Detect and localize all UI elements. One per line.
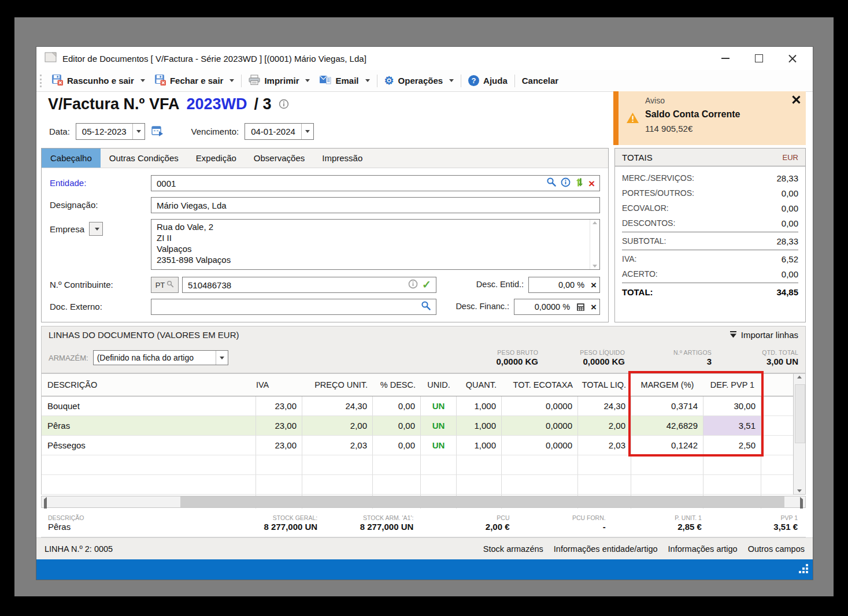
vencimento-field[interactable]: 04-01-2024 — [245, 123, 314, 140]
empresa-address-field[interactable]: Rua do Vale, 2 ZI II Valpaços 2351-898 V… — [151, 219, 600, 270]
cell-preco[interactable]: 24,30 — [302, 396, 373, 416]
rascunho-e-sair-button[interactable]: Rascunho e sair — [47, 74, 150, 87]
chevron-down-icon[interactable] — [229, 79, 234, 82]
calendar-icon[interactable] — [151, 125, 164, 138]
cell-pvp[interactable]: 30,00 — [703, 396, 761, 416]
vencimento-dropdown-button[interactable] — [301, 124, 313, 139]
cell-ecotaxa[interactable]: 0,0000 — [502, 416, 578, 436]
col-descricao[interactable]: DESCRIÇÃO — [42, 380, 256, 389]
cell-iva[interactable]: 23,00 — [256, 416, 302, 436]
col-margem[interactable]: MARGEM (%) — [631, 380, 703, 389]
cell-pvp[interactable]: 2,50 — [703, 436, 761, 455]
info-icon[interactable] — [561, 177, 571, 190]
cell-unid[interactable]: UN — [421, 436, 457, 455]
cell-ecotaxa[interactable]: 0,0000 — [502, 436, 578, 455]
email-button[interactable]: Email — [314, 75, 374, 87]
entidade-field[interactable]: 0001 × — [151, 175, 600, 191]
stock-armazens-link[interactable]: Stock armazéns — [483, 544, 543, 554]
chevron-down-icon[interactable] — [449, 79, 454, 82]
cell-total-liq[interactable]: 2,03 — [578, 436, 631, 455]
close-button[interactable] — [788, 54, 797, 62]
calculator-icon[interactable] — [573, 303, 588, 311]
importar-linhas-button[interactable]: Importar linhas — [729, 330, 798, 340]
chevron-down-icon[interactable] — [305, 79, 310, 82]
scroll-down-button[interactable] — [794, 489, 805, 492]
clear-icon[interactable]: × — [588, 281, 599, 290]
cell-desc-pct[interactable]: 0,00 — [373, 436, 421, 455]
desc-financ-value[interactable]: 0,0000 % — [514, 302, 573, 311]
imprimir-button[interactable]: Imprimir — [244, 75, 314, 87]
outros-campos-link[interactable]: Outros campos — [748, 544, 805, 554]
cell-desc-pct[interactable]: 0,00 — [373, 416, 421, 436]
designacao-value[interactable]: Mário Viegas, Lda — [151, 201, 599, 210]
textarea-scrollbar[interactable] — [590, 220, 599, 269]
col-tot-ecotaxa[interactable]: TOT. ECOTAXA — [502, 380, 578, 389]
fechar-e-sair-button[interactable]: Fechar e sair — [150, 74, 239, 87]
col-iva[interactable]: IVA — [256, 380, 302, 389]
cell-quant[interactable]: 1,000 — [457, 396, 502, 416]
informacoes-artigo-link[interactable]: Informações artigo — [668, 544, 738, 554]
informacoes-entidade-artigo-link[interactable]: Informações entidade/artigo — [554, 544, 658, 554]
country-prefix-button[interactable]: PT — [151, 277, 179, 293]
scroll-down-icon[interactable] — [593, 265, 597, 268]
cell-quant[interactable]: 1,000 — [457, 416, 502, 436]
minimize-button[interactable] — [721, 58, 729, 59]
search-icon[interactable] — [546, 177, 557, 190]
table-row-empty[interactable] — [42, 455, 793, 475]
table-row-selected[interactable]: Pêras 23,00 2,00 0,00 UN 1,000 0,0000 2,… — [42, 416, 793, 436]
cell-desc-pct[interactable]: 0,00 — [373, 396, 421, 416]
clear-icon[interactable]: × — [588, 179, 595, 188]
cell-descricao[interactable]: Pêssegos — [42, 436, 256, 455]
tab-expedicao[interactable]: Expedição — [187, 149, 245, 168]
sync-icon[interactable] — [575, 177, 584, 190]
tab-impressao[interactable]: Impressão — [313, 149, 371, 168]
chevron-down-icon[interactable] — [140, 79, 145, 82]
cell-preco[interactable]: 2,03 — [302, 436, 373, 455]
cell-pvp[interactable]: 3,51 — [703, 416, 761, 436]
cell-unid[interactable]: UN — [421, 416, 457, 436]
toolbar-grip[interactable] — [40, 75, 43, 87]
warning-close-button[interactable] — [792, 95, 800, 106]
cell-unid[interactable]: UN — [421, 396, 457, 416]
empresa-dropdown-button[interactable] — [89, 222, 103, 236]
col-desc-pct[interactable]: % DESC. — [373, 380, 421, 389]
clear-icon[interactable]: × — [588, 303, 599, 311]
col-unid[interactable]: UNID. — [421, 380, 457, 389]
empresa-address[interactable]: Rua do Vale, 2 ZI II Valpaços 2351-898 V… — [151, 220, 599, 267]
col-total-liq[interactable]: TOTAL LIQ. — [578, 380, 631, 389]
data-dropdown-button[interactable] — [132, 124, 145, 139]
info-icon[interactable] — [279, 95, 289, 113]
contribuinte-value[interactable]: 510486738 — [183, 280, 408, 290]
designacao-field[interactable]: Mário Viegas, Lda — [151, 197, 600, 213]
cell-descricao[interactable]: Bouquet — [42, 396, 256, 416]
scrollbar-thumb[interactable] — [180, 496, 784, 507]
cancelar-button[interactable]: Cancelar — [517, 76, 563, 86]
cell-preco[interactable]: 2,00 — [302, 416, 373, 436]
desc-entid-value[interactable]: 0,00 % — [529, 280, 588, 290]
cell-total-liq[interactable]: 24,30 — [578, 396, 631, 416]
desc-financ-field[interactable]: 0,0000 % × — [514, 299, 600, 315]
table-row-empty[interactable] — [42, 475, 793, 495]
table-row[interactable]: Pêssegos 23,00 2,03 0,00 UN 1,000 0,0000… — [42, 436, 793, 455]
armazem-select[interactable]: (Definido na ficha do artigo — [93, 350, 228, 365]
tab-observacoes[interactable]: Observações — [245, 149, 313, 168]
horizontal-scrollbar[interactable] — [41, 496, 806, 508]
cell-margem[interactable]: 42,6829 — [631, 416, 703, 436]
cell-margem[interactable]: 0,3714 — [631, 396, 703, 416]
cell-margem[interactable]: 0,1242 — [631, 436, 703, 455]
col-preco-unit[interactable]: PREÇO UNIT. — [302, 380, 373, 389]
resize-grip[interactable] — [798, 563, 809, 577]
operacoes-button[interactable]: ⚙ Operações — [380, 75, 459, 86]
cell-descricao[interactable]: Pêras — [42, 416, 256, 436]
search-icon[interactable] — [421, 300, 431, 313]
vencimento-value[interactable]: 04-01-2024 — [245, 127, 301, 136]
desc-entid-field[interactable]: 0,00 % × — [528, 277, 600, 293]
data-field[interactable]: 05-12-2023 — [76, 123, 145, 140]
data-value[interactable]: 05-12-2023 — [76, 127, 132, 136]
maximize-button[interactable] — [755, 54, 763, 62]
tab-outras-condicoes[interactable]: Outras Condições — [101, 149, 187, 168]
title-bar[interactable]: Editor de Documentos [ V/Factura - Série… — [36, 47, 813, 70]
cell-iva[interactable]: 23,00 — [256, 396, 302, 416]
cell-ecotaxa[interactable]: 0,0000 — [502, 396, 578, 416]
tab-cabecalho[interactable]: Cabeçalho — [42, 149, 101, 168]
